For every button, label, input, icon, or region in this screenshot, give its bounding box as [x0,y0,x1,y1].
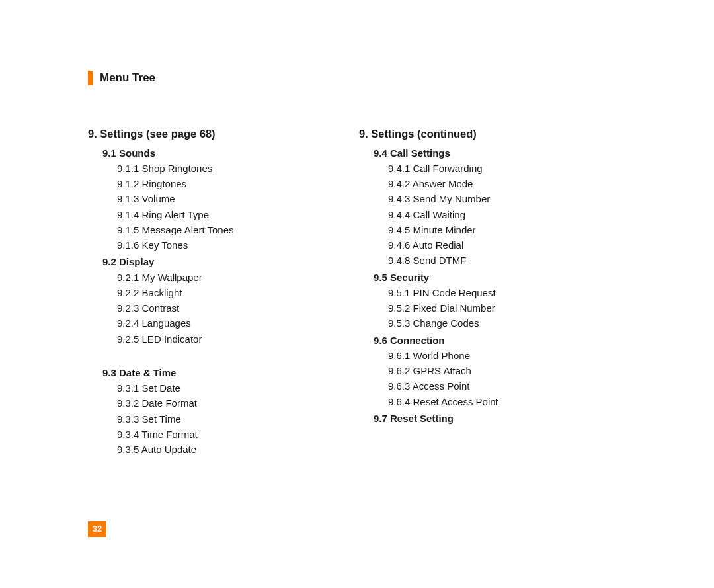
list-item: 9.4.5 Minute Minder [388,222,630,237]
section-heading-right: 9. Settings (continued) [359,126,630,143]
list-item: 9.5.2 Fixed Dial Number [388,300,630,315]
list-item: 9.1.3 Volume [117,191,359,206]
list-item: 9.1.2 Ringtones [117,176,359,191]
list-item: 9.3.3 Set Time [117,411,359,427]
list-item: 9.4.4 Call Waiting [388,207,630,222]
right-column: 9. Settings (continued) 9.4 Call Setting… [359,126,630,457]
subheading-display: 9.2 Display [102,254,359,269]
list-item: 9.1.6 Key Tones [117,237,359,253]
list-item: 9.3.2 Date Format [117,396,359,411]
list-item: 9.2.3 Contrast [117,300,359,315]
subheading-reset-setting: 9.7 Reset Setting [374,411,630,426]
list-item: 9.3.5 Auto Update [117,442,359,457]
subheading-date-time: 9.3 Date & Time [102,365,359,380]
subheading-sounds: 9.1 Sounds [102,146,359,161]
list-item: 9.4.3 Send My Number [388,191,630,206]
list-item: 9.5.1 PIN Code Request [388,285,630,300]
list-item: 9.4.8 Send DTMF [388,253,630,268]
accent-bar [88,71,93,85]
list-item: 9.1.1 Shop Ringtones [117,161,359,176]
subheading-security: 9.5 Security [374,270,630,285]
list-item: 9.2.5 LED Indicator [117,331,359,347]
left-column: 9. Settings (see page 68) 9.1 Sounds 9.1… [88,126,359,457]
list-item: 9.2.4 Languages [117,315,359,331]
list-item: 9.3.1 Set Date [117,380,359,396]
page-number: 32 [93,523,102,536]
list-item: 9.4.1 Call Forwarding [388,161,630,176]
page: Menu Tree 9. Settings (see page 68) 9.1 … [0,0,714,588]
list-item: 9.6.2 GPRS Attach [388,363,630,378]
page-title: Menu Tree [100,69,155,87]
list-item: 9.2.1 My Wallpaper [117,270,359,285]
section-heading-left: 9. Settings (see page 68) [88,126,359,143]
content-columns: 9. Settings (see page 68) 9.1 Sounds 9.1… [88,126,630,457]
list-item: 9.5.3 Change Codes [388,315,630,331]
list-item: 9.6.3 Access Point [388,378,630,394]
subheading-call-settings: 9.4 Call Settings [374,146,630,161]
list-item: 9.6.4 Reset Access Point [388,394,630,409]
page-number-badge: 32 [88,521,106,537]
list-item: 9.6.1 World Phone [388,348,630,363]
page-header: Menu Tree [88,69,155,87]
list-item: 9.1.5 Message Alert Tones [117,222,359,237]
list-item: 9.4.2 Answer Mode [388,176,630,191]
list-item: 9.2.2 Backlight [117,285,359,300]
list-item: 9.1.4 Ring Alert Type [117,207,359,222]
list-item: 9.3.4 Time Format [117,427,359,442]
subheading-connection: 9.6 Connection [374,333,630,348]
list-item: 9.4.6 Auto Redial [388,237,630,253]
